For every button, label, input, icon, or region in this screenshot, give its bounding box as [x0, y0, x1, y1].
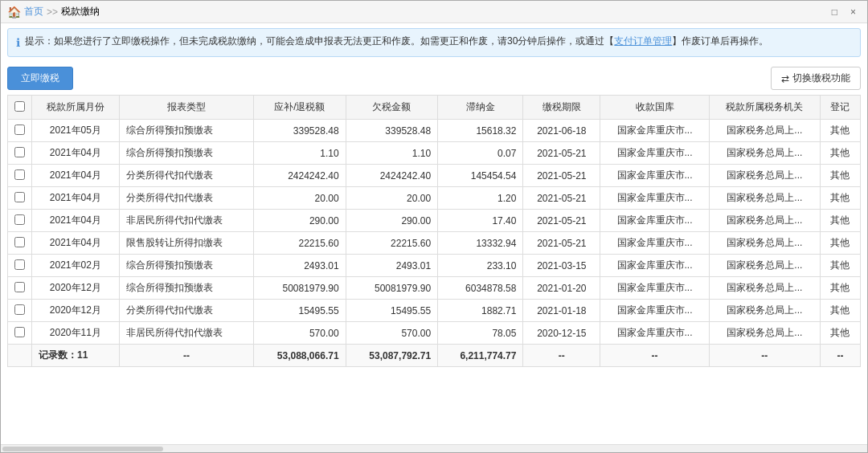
cell-treasury: 国家金库重庆市...	[600, 187, 710, 210]
header-late: 滞纳金	[438, 96, 523, 120]
close-button[interactable]: ×	[845, 5, 861, 19]
cell-reg: 其他	[820, 322, 860, 345]
header-treasury: 收款国库	[600, 96, 710, 120]
table-row[interactable]: 2021年04月 综合所得预扣预缴表 1.10 1.10 0.07 2021-0…	[8, 142, 861, 165]
footer-total-apply: 53,088,066.71	[254, 345, 346, 367]
row-checkbox[interactable]	[8, 165, 32, 187]
table-row[interactable]: 2020年11月 非居民所得代扣代缴表 570.00 570.00 78.05 …	[8, 322, 861, 345]
header-month: 税款所属月份	[32, 96, 120, 120]
row-select-checkbox[interactable]	[14, 214, 25, 225]
row-select-checkbox[interactable]	[14, 282, 25, 292]
select-all-checkbox[interactable]	[14, 101, 25, 112]
cell-deadline: 2021-05-21	[523, 187, 600, 210]
cell-reg: 其他	[820, 165, 860, 187]
cell-apply: 2493.01	[254, 255, 346, 277]
row-select-checkbox[interactable]	[14, 169, 25, 180]
cell-month: 2021年04月	[32, 187, 120, 210]
cell-month: 2021年04月	[32, 142, 120, 165]
cell-reg: 其他	[820, 187, 860, 210]
row-checkbox[interactable]	[8, 142, 32, 165]
cell-type: 非居民所得代扣代缴表	[119, 210, 253, 232]
table-row[interactable]: 2021年02月 综合所得预扣预缴表 2493.01 2493.01 233.1…	[8, 255, 861, 277]
row-select-checkbox[interactable]	[14, 259, 25, 270]
cell-treasury: 国家金库重庆市...	[600, 120, 710, 142]
cell-tax: 20.00	[346, 187, 438, 210]
footer-empty-cb	[8, 345, 32, 367]
row-checkbox[interactable]	[8, 232, 32, 255]
cell-authority: 国家税务总局上...	[709, 277, 820, 300]
cell-late: 0.07	[438, 142, 523, 165]
cell-type: 综合所得预扣预缴表	[119, 255, 253, 277]
table-row[interactable]: 2021年04月 分类所得代扣代缴表 2424242.40 2424242.40…	[8, 165, 861, 187]
notice-bar: ℹ 提示：如果您进行了立即缴税操作，但未完成税款缴纳，可能会造成申报表无法更正和…	[7, 28, 861, 57]
cell-reg: 其他	[820, 210, 860, 232]
cell-deadline: 2020-12-15	[523, 322, 600, 345]
cell-tax: 22215.60	[346, 232, 438, 255]
cell-late: 15618.32	[438, 120, 523, 142]
cell-tax: 339528.48	[346, 120, 438, 142]
restore-button[interactable]: □	[827, 5, 842, 19]
row-checkbox[interactable]	[8, 322, 32, 345]
row-select-checkbox[interactable]	[14, 147, 25, 157]
cell-treasury: 国家金库重庆市...	[600, 277, 710, 300]
cell-type: 限售股转让所得扣缴表	[119, 232, 253, 255]
header-deadline: 缴税期限	[523, 96, 600, 120]
header-tax: 欠税金额	[346, 96, 438, 120]
toolbar: 立即缴税 ⇄ 切换缴税功能	[1, 62, 867, 95]
footer-record: 记录数：11	[32, 345, 120, 367]
row-select-checkbox[interactable]	[14, 304, 25, 315]
row-checkbox[interactable]	[8, 300, 32, 322]
cell-deadline: 2021-05-21	[523, 210, 600, 232]
horizontal-scrollbar[interactable]	[1, 444, 867, 452]
scrollbar-thumb[interactable]	[2, 447, 163, 451]
cell-month: 2021年04月	[32, 210, 120, 232]
pay-now-button[interactable]: 立即缴税	[7, 67, 73, 90]
cell-apply: 2424242.40	[254, 165, 346, 187]
row-checkbox[interactable]	[8, 255, 32, 277]
cell-late: 1882.71	[438, 300, 523, 322]
cell-reg: 其他	[820, 232, 860, 255]
row-checkbox[interactable]	[8, 277, 32, 300]
table-row[interactable]: 2021年05月 综合所得预扣预缴表 339528.48 339528.48 1…	[8, 120, 861, 142]
cell-late: 6034878.58	[438, 277, 523, 300]
switch-button[interactable]: ⇄ 切换缴税功能	[771, 67, 861, 90]
footer-sep1: --	[119, 345, 253, 367]
table-row[interactable]: 2020年12月 综合所得预扣预缴表 50081979.90 50081979.…	[8, 277, 861, 300]
cell-month: 2020年12月	[32, 300, 120, 322]
payment-order-link[interactable]: 支付订单管理	[614, 35, 672, 47]
row-select-checkbox[interactable]	[14, 124, 25, 135]
row-select-checkbox[interactable]	[14, 192, 25, 202]
cell-apply: 50081979.90	[254, 277, 346, 300]
row-select-checkbox[interactable]	[14, 327, 25, 337]
cell-deadline: 2021-05-21	[523, 142, 600, 165]
cell-tax: 290.00	[346, 210, 438, 232]
cell-deadline: 2021-06-18	[523, 120, 600, 142]
tax-table: 税款所属月份 报表类型 应补/退税额 欠税金额 滞纳金 缴税期限 收款国库 税款…	[7, 95, 861, 367]
title-bar: 🏠 首页 >> 税款缴纳 □ ×	[1, 1, 867, 23]
cell-treasury: 国家金库重庆市...	[600, 255, 710, 277]
header-type: 报表类型	[119, 96, 253, 120]
cell-type: 综合所得预扣预缴表	[119, 142, 253, 165]
header-checkbox[interactable]	[8, 96, 32, 120]
cell-authority: 国家税务总局上...	[709, 187, 820, 210]
cell-type: 非居民所得代扣代缴表	[119, 322, 253, 345]
cell-late: 233.10	[438, 255, 523, 277]
table-row[interactable]: 2021年04月 分类所得代扣代缴表 20.00 20.00 1.20 2021…	[8, 187, 861, 210]
home-link[interactable]: 首页	[24, 5, 43, 18]
cell-deadline: 2021-05-21	[523, 165, 600, 187]
table-footer: 记录数：11 -- 53,088,066.71 53,087,792.71 6,…	[8, 345, 861, 367]
table-row[interactable]: 2021年04月 限售股转让所得扣缴表 22215.60 22215.60 13…	[8, 232, 861, 255]
cell-authority: 国家税务总局上...	[709, 210, 820, 232]
cell-type: 综合所得预扣预缴表	[119, 120, 253, 142]
row-checkbox[interactable]	[8, 120, 32, 142]
table-row[interactable]: 2020年12月 分类所得代扣代缴表 15495.55 15495.55 188…	[8, 300, 861, 322]
row-select-checkbox[interactable]	[14, 237, 25, 247]
header-reg: 登记	[820, 96, 860, 120]
tax-table-container[interactable]: 税款所属月份 报表类型 应补/退税额 欠税金额 滞纳金 缴税期限 收款国库 税款…	[1, 95, 867, 444]
home-icon: 🏠	[7, 6, 21, 18]
row-checkbox[interactable]	[8, 187, 32, 210]
row-checkbox[interactable]	[8, 210, 32, 232]
table-row[interactable]: 2021年04月 非居民所得代扣代缴表 290.00 290.00 17.40 …	[8, 210, 861, 232]
cell-late: 13332.94	[438, 232, 523, 255]
cell-type: 分类所得代扣代缴表	[119, 187, 253, 210]
